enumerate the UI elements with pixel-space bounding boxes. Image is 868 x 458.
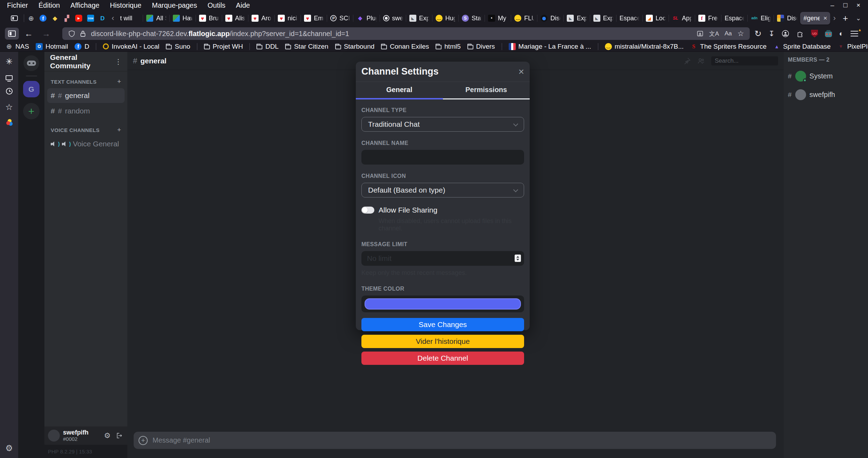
tab-general[interactable]: General <box>356 82 443 99</box>
browser-tab[interactable]: Espace clie <box>616 12 643 25</box>
home-server-button[interactable] <box>23 55 39 71</box>
bookmarks-button[interactable] <box>0 102 18 112</box>
member-row[interactable]: # System <box>788 71 864 82</box>
browser-tab[interactable]: Bruni2 <box>196 12 222 25</box>
bookmark-item[interactable]: InvokeAI - Local <box>103 43 159 50</box>
browser-tab[interactable]: Explor <box>406 12 432 25</box>
history-button[interactable] <box>0 88 18 95</box>
browser-tab[interactable]: FLUX. <box>511 12 537 25</box>
browser-tab[interactable]: Explor <box>564 12 590 25</box>
theme-color-input[interactable] <box>361 296 524 312</box>
containers-button[interactable] <box>0 120 18 125</box>
firefox-view-button[interactable] <box>8 13 20 23</box>
menu-item[interactable]: Aide <box>236 1 250 9</box>
bookmark-item[interactable]: Star Citizen <box>285 43 328 50</box>
browser-tab[interactable]: SCI RE <box>327 12 353 25</box>
members-icon[interactable] <box>697 57 705 65</box>
browser-tab[interactable]: niciara <box>275 12 301 25</box>
menu-item[interactable]: Marque-pages <box>152 1 197 9</box>
minimize-button[interactable]: – <box>831 1 834 9</box>
menu-item[interactable]: Outils <box>207 1 225 9</box>
browser-tab[interactable]: Appar <box>669 12 695 25</box>
search-input[interactable] <box>711 56 778 65</box>
translate-icon[interactable]: 文A <box>709 30 719 38</box>
back-button[interactable]: ← <box>21 29 36 39</box>
browser-tab[interactable]: Hawai <box>170 12 196 25</box>
server-icon-general[interactable]: G <box>23 81 40 97</box>
number-spinner[interactable] <box>515 255 521 262</box>
pinned-tab-icon[interactable] <box>87 15 94 22</box>
close-icon[interactable]: × <box>518 67 524 77</box>
close-button[interactable]: × <box>856 1 860 9</box>
tab-close-icon[interactable]: × <box>823 14 827 22</box>
bookmark-item[interactable]: Divers <box>467 43 495 50</box>
clear-history-button[interactable]: Vider l'historique <box>361 335 524 348</box>
pin-icon[interactable] <box>683 57 691 65</box>
bookmark-star-icon[interactable]: ☆ <box>738 29 744 38</box>
save-changes-button[interactable]: Save Changes <box>361 318 524 331</box>
sidebar-toggle-button[interactable] <box>5 28 19 40</box>
synced-tabs-button[interactable] <box>0 74 18 80</box>
bookmark-item[interactable]: PixelPlush Studio - Pix... <box>837 43 868 50</box>
forward-button[interactable]: → <box>38 29 54 39</box>
pinned-tab-icon[interactable] <box>75 15 82 22</box>
browser-tab[interactable]: Emie0 <box>301 12 327 25</box>
bookmark-item[interactable] <box>502 43 502 50</box>
bookmark-item[interactable]: D <box>75 43 89 50</box>
pinned-tab-icon[interactable] <box>28 15 35 22</box>
bookmark-item[interactable]: The Spriters Resource <box>690 43 767 50</box>
downloads-icon[interactable]: ↧ <box>769 29 775 38</box>
add-text-channel-button[interactable]: + <box>117 78 121 85</box>
bookmark-item[interactable] <box>249 43 250 50</box>
active-tab[interactable]: #genera × <box>800 12 830 25</box>
bookmark-item[interactable]: Starbound <box>335 43 375 50</box>
bookmark-item[interactable]: Sprite Database <box>773 43 831 50</box>
url-bar[interactable]: discord-like-php-chat-7262.dev.flatlogic… <box>62 27 750 40</box>
message-input[interactable] <box>153 436 771 444</box>
browser-tab[interactable]: Stable <box>459 12 485 25</box>
browser-tab[interactable]: Aromy <box>248 12 275 25</box>
channel-icon-select[interactable]: Default (Based on type) <box>361 183 524 197</box>
bookmark-item[interactable]: Projet WH <box>204 43 243 50</box>
bookmark-item[interactable]: Hotmail <box>36 43 68 50</box>
add-voice-channel-button[interactable]: + <box>117 126 121 134</box>
shield-icon[interactable] <box>68 30 75 37</box>
bookmark-item[interactable]: html5 <box>436 43 460 50</box>
user-settings-gear-icon[interactable] <box>104 431 111 440</box>
bookmark-item[interactable]: Conan Exiles <box>381 43 429 50</box>
bookmark-item[interactable] <box>598 43 598 50</box>
reader-translate-icon[interactable]: Aa <box>725 30 732 37</box>
browser-tab[interactable]: swefpi <box>380 12 406 25</box>
add-server-button[interactable]: + <box>23 103 40 119</box>
message-limit-input[interactable] <box>361 251 524 266</box>
robot-extension-icon[interactable] <box>825 32 832 37</box>
browser-tab[interactable]: Alister <box>222 12 248 25</box>
menu-item[interactable]: Fichier <box>7 1 28 9</box>
new-tab-button[interactable]: + <box>839 13 852 24</box>
sidebar-settings-button[interactable] <box>0 443 18 453</box>
menu-item[interactable]: Édition <box>38 1 60 9</box>
browser-tab[interactable]: Explor <box>590 12 616 25</box>
browser-tab[interactable]: Locati <box>643 12 669 25</box>
save-page-icon[interactable] <box>697 30 704 37</box>
channel-item-general[interactable]: # # general <box>47 88 125 103</box>
darkmode-icon[interactable]: ◐ <box>839 29 844 38</box>
pinned-tab-icon[interactable] <box>63 15 70 22</box>
browser-tab[interactable]: Discor <box>537 12 564 25</box>
url-text[interactable]: discord-like-php-chat-7262.dev.flatlogic… <box>91 30 697 38</box>
tab-scroll-left[interactable]: ‹ <box>109 14 117 23</box>
list-all-tabs-button[interactable]: ⌄ <box>852 14 865 22</box>
bookmark-item[interactable] <box>197 43 197 50</box>
pinned-tab-icon[interactable] <box>40 15 47 22</box>
channel-name-input[interactable] <box>361 150 524 165</box>
pinned-tab-icon[interactable] <box>51 15 58 22</box>
browser-tab[interactable]: Espace abo <box>721 12 748 25</box>
browser-tab[interactable]: All Siz <box>143 12 169 25</box>
menu-item[interactable]: Historique <box>110 1 141 9</box>
browser-tab[interactable]: Eligibi <box>748 12 774 25</box>
tab-scroll-right[interactable]: › <box>830 14 838 23</box>
delete-channel-button[interactable]: Delete Channel <box>361 352 524 365</box>
bookmark-item[interactable]: Suno <box>166 43 190 50</box>
channel-item-random[interactable]: # # random <box>47 104 125 118</box>
attach-plus-icon[interactable]: + <box>139 436 148 445</box>
